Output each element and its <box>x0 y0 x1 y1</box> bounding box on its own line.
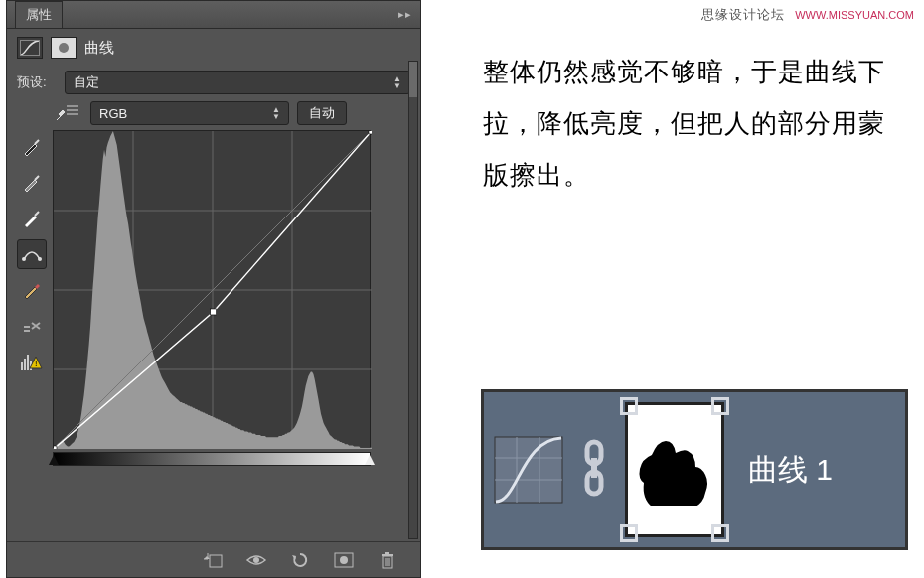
hand-target-icon[interactable] <box>53 100 82 126</box>
mask-selection-corner <box>711 524 729 542</box>
eyedropper-gray-icon[interactable] <box>17 168 47 198</box>
preset-label: 预设: <box>17 73 57 91</box>
white-point-slider[interactable] <box>365 455 375 465</box>
curves-icon[interactable] <box>17 37 43 59</box>
svg-rect-19 <box>210 555 222 567</box>
svg-point-1 <box>59 43 69 53</box>
auto-button[interactable]: 自动 <box>297 101 347 125</box>
properties-panel: 属性 ▸▸ 曲线 预设: 自定 ▲▼ RGB ▲▼ 自动 <box>6 0 421 578</box>
mask-selection-corner <box>620 397 638 415</box>
svg-rect-5 <box>24 359 26 370</box>
svg-point-20 <box>253 557 259 563</box>
svg-rect-18 <box>369 131 372 134</box>
pencil-icon[interactable] <box>17 275 47 305</box>
mask-view-icon[interactable] <box>331 548 357 572</box>
black-point-slider[interactable] <box>49 455 59 465</box>
mask-selection-corner <box>620 524 638 542</box>
mask-selection-corner <box>711 397 729 415</box>
svg-rect-4 <box>21 362 23 370</box>
smooth-icon[interactable] <box>17 311 47 341</box>
watermark-site: WWW.MISSYUAN.COM <box>795 9 914 21</box>
explanation-text: 整体仍然感觉不够暗，于是曲线下拉，降低亮度，但把人的部分用蒙版擦出。 <box>483 46 890 201</box>
preset-row: 预设: 自定 ▲▼ <box>7 67 420 98</box>
panel-title-tab[interactable]: 属性 <box>15 1 63 28</box>
visibility-icon[interactable] <box>243 548 269 572</box>
adjustment-type-header: 曲线 <box>7 29 420 67</box>
svg-rect-36 <box>591 458 597 478</box>
layer-curves-thumb-icon[interactable] <box>494 436 563 504</box>
svg-point-22 <box>340 556 348 564</box>
curves-editor: ! <box>7 128 420 506</box>
layer-link-icon[interactable] <box>577 438 611 502</box>
curves-graph-wrap <box>53 130 410 506</box>
mask-icon[interactable] <box>51 37 77 59</box>
panel-footer <box>7 541 420 577</box>
scrollbar-thumb[interactable] <box>409 62 417 97</box>
panel-collapse-icon[interactable]: ▸▸ <box>398 8 412 21</box>
channel-value: RGB <box>99 106 127 121</box>
watermark-forum: 思缘设计论坛 <box>701 7 785 22</box>
layer-name-label[interactable]: 曲线 1 <box>748 450 833 491</box>
curves-tool-column: ! <box>17 130 53 506</box>
watermark: 思缘设计论坛 WWW.MISSYUAN.COM <box>701 6 914 24</box>
eyedropper-black-icon[interactable] <box>17 132 47 162</box>
curve-point-icon[interactable] <box>17 239 47 269</box>
svg-rect-16 <box>54 446 57 449</box>
reset-icon[interactable] <box>287 548 313 572</box>
svg-rect-6 <box>27 355 29 370</box>
preset-select[interactable]: 自定 ▲▼ <box>65 71 410 94</box>
clip-to-layer-icon[interactable] <box>200 548 226 572</box>
preset-value: 自定 <box>74 73 99 91</box>
panel-header: 属性 ▸▸ <box>7 1 420 29</box>
adjustment-type-label: 曲线 <box>84 39 114 58</box>
svg-text:!: ! <box>35 359 38 368</box>
trash-icon[interactable] <box>375 548 400 572</box>
dropdown-arrows-icon: ▲▼ <box>393 75 401 89</box>
svg-rect-27 <box>382 554 393 556</box>
layer-mask-thumb[interactable] <box>625 402 724 537</box>
layer-strip: 曲线 1 <box>481 389 908 550</box>
svg-rect-29 <box>495 437 562 503</box>
svg-point-3 <box>38 257 42 261</box>
output-ramp[interactable] <box>53 452 371 466</box>
histogram-warning-icon[interactable]: ! <box>17 347 47 376</box>
channel-select[interactable]: RGB ▲▼ <box>90 101 289 125</box>
panel-scrollbar[interactable] <box>408 61 418 539</box>
eyedropper-white-icon[interactable] <box>17 204 47 233</box>
hand-channel-row: RGB ▲▼ 自动 <box>7 98 420 128</box>
svg-point-2 <box>22 257 26 261</box>
svg-rect-28 <box>385 552 389 554</box>
svg-rect-17 <box>211 309 217 315</box>
curves-graph[interactable] <box>53 130 371 448</box>
dropdown-arrows-icon: ▲▼ <box>272 106 280 120</box>
